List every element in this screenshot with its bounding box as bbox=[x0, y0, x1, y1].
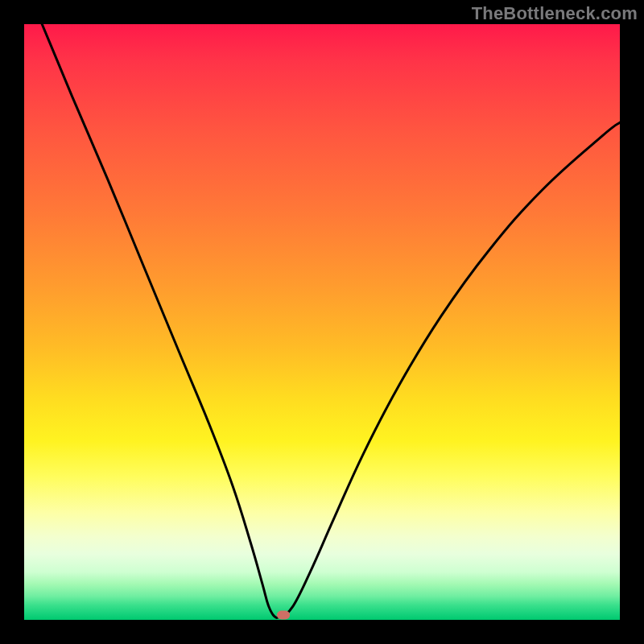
bottleneck-marker bbox=[277, 611, 290, 620]
plot-area bbox=[24, 24, 620, 620]
chart-container: TheBottleneck.com bbox=[0, 0, 644, 644]
watermark-text: TheBottleneck.com bbox=[472, 3, 638, 24]
bottleneck-curve bbox=[24, 24, 620, 620]
